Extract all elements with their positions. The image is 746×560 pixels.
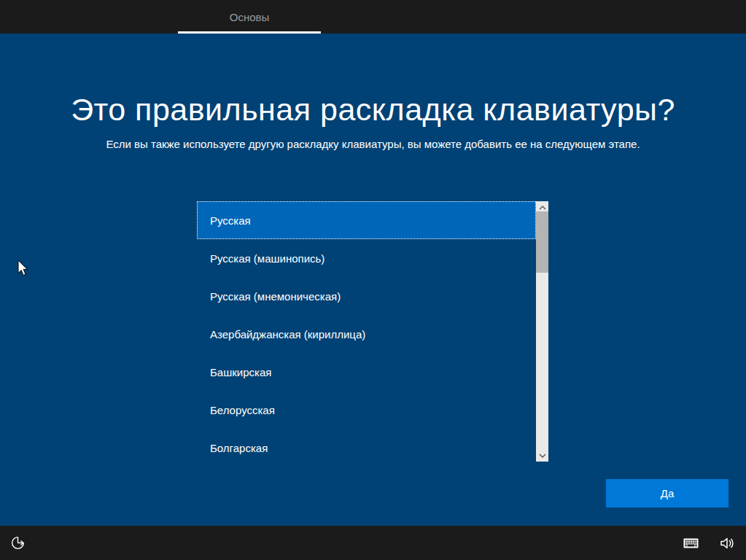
- keyboard-layout-option[interactable]: Башкирская: [197, 353, 536, 391]
- keyboard-layout-list: РусскаяРусская (машинопись)Русская (мнем…: [197, 201, 548, 462]
- ease-of-access-icon: [10, 535, 26, 551]
- tab-basics-label: Основы: [230, 11, 270, 23]
- mouse-cursor: [18, 260, 29, 281]
- tab-basics[interactable]: Основы: [178, 0, 321, 34]
- keyboard-layout-options: РусскаяРусская (машинопись)Русская (мнем…: [197, 201, 536, 462]
- yes-button[interactable]: Да: [606, 479, 728, 508]
- scrollbar-thumb[interactable]: [536, 211, 548, 273]
- keyboard-layout-option[interactable]: Болгарская: [197, 429, 536, 462]
- chevron-down-icon: [539, 454, 546, 458]
- yes-button-label: Да: [661, 487, 675, 499]
- page-title: Это правильная раскладка клавиатуры?: [0, 92, 746, 128]
- keyboard-layout-option[interactable]: Русская (мнемоническая): [197, 277, 536, 315]
- tab-active-underline: [178, 31, 321, 34]
- chevron-up-icon: [539, 206, 546, 210]
- keyboard-icon: [683, 538, 699, 548]
- keyboard-layout-option[interactable]: Азербайджанская (кириллица): [197, 315, 536, 353]
- volume-button[interactable]: [712, 526, 742, 560]
- top-bar: Основы: [0, 0, 746, 34]
- keyboard-input-button[interactable]: [676, 526, 705, 560]
- keyboard-layout-option[interactable]: Русская (машинопись): [197, 239, 536, 277]
- ease-of-access-button[interactable]: [3, 526, 32, 560]
- scrollbar-down-arrow[interactable]: [536, 449, 548, 462]
- cursor-arrow-icon: [18, 260, 29, 278]
- keyboard-layout-option[interactable]: Белорусская: [197, 391, 536, 429]
- page-subtitle: Если вы также используете другую расклад…: [0, 138, 746, 150]
- bottom-bar: [0, 526, 746, 560]
- scrollbar[interactable]: [536, 201, 548, 462]
- keyboard-layout-option[interactable]: Русская: [197, 201, 536, 239]
- volume-icon: [720, 537, 734, 550]
